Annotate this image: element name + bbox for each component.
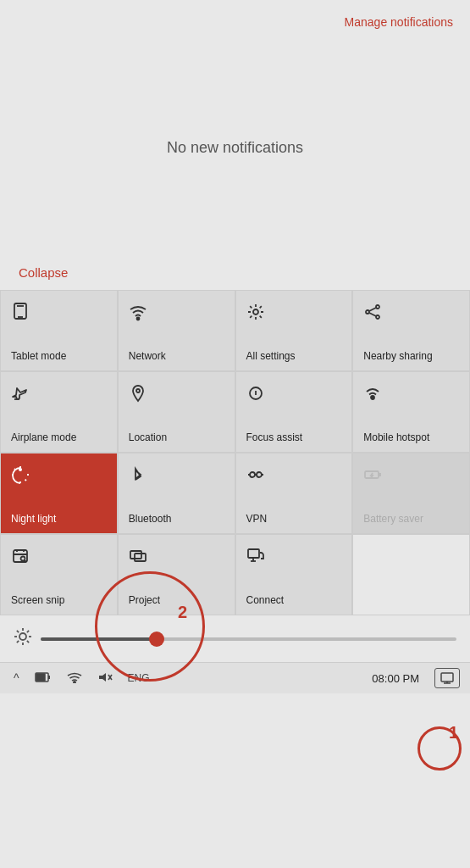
quick-action-location[interactable]: Location — [118, 371, 235, 453]
annotation-label-1: 1 — [449, 723, 458, 743]
svg-rect-26 — [130, 551, 141, 559]
night-light-icon — [11, 465, 30, 487]
location-icon — [129, 384, 147, 406]
svg-line-15 — [25, 480, 26, 481]
quick-action-all-settings[interactable]: All settings — [235, 290, 353, 371]
quick-action-focus-assist[interactable]: Focus assist — [235, 371, 353, 453]
night-light-label: Night light — [11, 513, 56, 525]
svg-line-37 — [27, 641, 29, 643]
svg-rect-27 — [135, 554, 146, 561]
taskbar-battery — [31, 670, 55, 687]
quick-action-nearby-sharing[interactable]: Nearby sharing — [352, 290, 470, 371]
taskbar-clock: 08:00 PM — [372, 672, 419, 685]
svg-line-38 — [17, 641, 19, 643]
svg-point-1 — [136, 318, 139, 320]
project-label: Project — [129, 594, 160, 606]
brightness-thumb[interactable] — [149, 632, 164, 647]
quick-action-tablet-mode[interactable]: Tablet mode — [0, 290, 118, 371]
brightness-fill — [41, 637, 157, 641]
connect-label: Connect — [246, 594, 285, 606]
svg-rect-41 — [36, 674, 45, 681]
svg-point-5 — [376, 315, 379, 319]
svg-line-7 — [369, 313, 376, 316]
svg-line-36 — [17, 631, 19, 632]
svg-point-24 — [21, 557, 25, 561]
network-label: Network — [129, 350, 166, 362]
quick-action-project[interactable]: Project — [118, 534, 235, 615]
nearby-sharing-icon — [363, 303, 382, 325]
svg-point-19 — [257, 472, 262, 477]
vpn-icon — [246, 465, 265, 487]
taskbar-wifi — [64, 670, 86, 687]
brightness-slider[interactable] — [41, 637, 456, 641]
focus-assist-icon — [246, 384, 265, 406]
all-settings-label: All settings — [246, 350, 296, 362]
mobile-hotspot-icon — [363, 384, 382, 406]
annotation-circle-1 — [417, 726, 462, 771]
svg-point-4 — [376, 305, 379, 309]
taskbar: ^ ENG 08:00 PM — [0, 662, 470, 693]
settings-icon — [246, 303, 265, 325]
svg-point-11 — [19, 468, 22, 471]
quick-action-connect[interactable]: Connect — [235, 534, 353, 615]
svg-point-3 — [366, 310, 369, 314]
brightness-icon — [14, 627, 32, 650]
quick-action-night-light[interactable]: Night light — [0, 453, 118, 534]
network-icon — [129, 303, 147, 325]
connect-icon — [246, 547, 265, 569]
vpn-label: VPN — [246, 513, 268, 525]
quick-action-battery-saver[interactable]: Battery saver — [352, 453, 470, 534]
quick-action-bluetooth[interactable]: Bluetooth — [118, 453, 235, 534]
tablet-mode-icon — [11, 303, 30, 325]
svg-point-18 — [250, 472, 255, 477]
battery-saver-icon — [363, 465, 382, 487]
notification-panel: Manage notifications No new notification… — [0, 0, 470, 693]
quick-action-airplane-mode[interactable]: Airplane mode — [0, 371, 118, 453]
focus-assist-label: Focus assist — [246, 431, 303, 443]
brightness-row — [0, 615, 470, 662]
svg-point-42 — [73, 681, 75, 682]
airplane-icon — [11, 384, 30, 406]
svg-point-31 — [19, 633, 26, 640]
quick-action-vpn[interactable]: VPN — [235, 453, 353, 534]
quick-action-mobile-hotspot[interactable]: Mobile hotspot — [352, 371, 470, 453]
screen-snip-label: Screen snip — [11, 594, 64, 606]
battery-saver-label: Battery saver — [363, 513, 423, 525]
svg-rect-45 — [441, 673, 453, 682]
svg-rect-28 — [248, 549, 259, 558]
no-notifications-text: No new notifications — [0, 37, 470, 259]
svg-line-39 — [27, 631, 29, 632]
quick-action-network[interactable]: Network — [118, 290, 235, 371]
nearby-sharing-label: Nearby sharing — [363, 350, 432, 362]
svg-point-9 — [136, 389, 140, 392]
svg-point-2 — [253, 309, 258, 314]
mobile-hotspot-label: Mobile hotspot — [363, 431, 429, 443]
taskbar-chevron[interactable]: ^ — [10, 670, 23, 687]
taskbar-notification-button[interactable] — [434, 668, 460, 688]
svg-point-10 — [371, 396, 374, 399]
bluetooth-icon — [129, 465, 147, 487]
project-icon — [129, 547, 147, 569]
manage-notifications-link[interactable]: Manage notifications — [0, 0, 470, 37]
tablet-mode-label: Tablet mode — [11, 350, 66, 362]
taskbar-language: ENG — [124, 670, 153, 686]
screen-snip-icon — [11, 547, 30, 569]
airplane-mode-label: Airplane mode — [11, 431, 76, 443]
location-label: Location — [129, 431, 167, 443]
collapse-button[interactable]: Collapse — [5, 259, 81, 287]
taskbar-volume — [94, 670, 116, 687]
empty-slot — [352, 534, 470, 615]
svg-line-14 — [14, 469, 15, 470]
svg-line-6 — [369, 308, 376, 311]
bluetooth-label: Bluetooth — [129, 513, 172, 525]
quick-action-screen-snip[interactable]: Screen snip — [0, 534, 118, 615]
quick-actions-grid: Tablet mode Network All settings — [0, 290, 470, 615]
